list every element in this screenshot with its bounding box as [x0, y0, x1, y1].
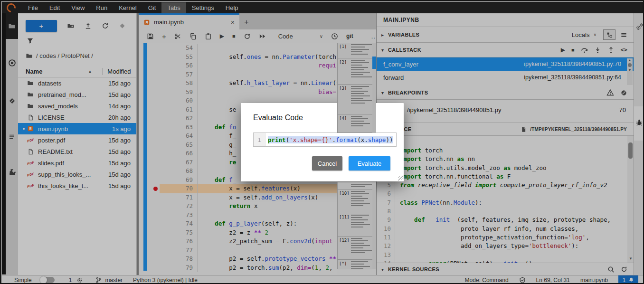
minimap-cell-1[interactable]: [1]	[338, 43, 373, 58]
cancel-button[interactable]: Cancel	[312, 156, 342, 170]
minimap-cell-preview	[351, 184, 371, 187]
minimap-cell-label: [1]	[339, 44, 347, 49]
minimap-cell-label: [4]	[339, 116, 347, 121]
minimap-cell-preview	[351, 261, 371, 269]
dialog-gutter-line-number: 1	[254, 133, 265, 146]
notebook-minimap-top[interactable]: [1][2][3][4]	[337, 43, 373, 133]
minimap-cell-12[interactable]: [12]	[338, 237, 373, 260]
minimap-cell-preview	[351, 86, 371, 104]
scrollbar-thumb[interactable]	[372, 57, 376, 69]
evaluate-code-dialog: Evaluate Code 1 print('x.shape={}'.forma…	[241, 103, 404, 181]
minimap-cell-2[interactable]: [2]	[338, 58, 373, 85]
minimap-cell-label: [12]	[339, 238, 350, 243]
minimap-cell-preview	[351, 116, 371, 126]
minimap-cell-label: [10]	[339, 191, 350, 196]
minimap-cell-preview	[351, 238, 371, 253]
notebook-minimap-bottom[interactable]: [10][11][12][*]	[337, 182, 373, 269]
evaluate-button[interactable]: Evaluate	[349, 156, 390, 170]
minimap-cell-4[interactable]: [4]	[338, 114, 373, 133]
minimap-cell-preview	[351, 60, 371, 77]
minimap-cell-label: [*]	[339, 261, 347, 266]
minimap-cell-preview	[351, 215, 371, 227]
selected-code: print('x.shape={}'.format(x.shape))	[268, 136, 393, 143]
minimap-cell[interactable]	[338, 182, 373, 189]
minimap-cell-label: [2]	[339, 60, 347, 65]
minimap-cell-10[interactable]: [10]	[338, 189, 373, 213]
dialog-code-input[interactable]: print('x.shape={}'.format(x.shape))	[265, 133, 396, 146]
dialog-title: Evaluate Code	[253, 114, 303, 122]
minimap-cell-11[interactable]: [11]	[338, 213, 373, 237]
minimap-cell-label: [11]	[339, 215, 350, 219]
minimap-cell-preview	[351, 191, 371, 206]
notebook-scrollbar[interactable]	[372, 43, 376, 133]
minimap-cell-3[interactable]: [3]	[338, 85, 373, 114]
resize-handle[interactable]	[398, 176, 403, 180]
notebook-scrollbar-lower[interactable]	[372, 182, 376, 269]
dialog-code-editor[interactable]: 1 print('x.shape={}'.format(x.shape))	[253, 133, 397, 147]
minimap-cell-label: [3]	[339, 86, 347, 91]
jupyterlab-window: FileEditViewRunKernelGitTabsSettingsHelp…	[0, 0, 644, 284]
minimap-cell-*[interactable]: [*]	[338, 260, 373, 269]
minimap-cell-preview	[351, 44, 371, 55]
